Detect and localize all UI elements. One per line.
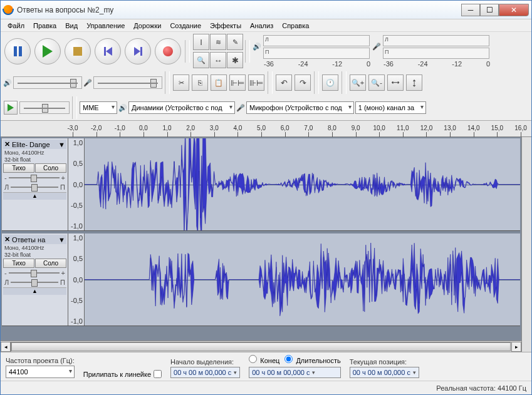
snap-label: Прилипать к линейке: [83, 371, 151, 378]
zoom-out-button[interactable]: 🔍-: [368, 74, 385, 91]
track-vertical-scale: 1,00,50,0-0,5-1,0: [68, 233, 85, 326]
project-rate-select[interactable]: 44100: [6, 366, 75, 378]
envelope-icon: ≋: [216, 38, 221, 46]
menu-tracks[interactable]: Дорожки: [129, 21, 165, 31]
record-meter-l[interactable]: Л: [383, 35, 489, 46]
envelope-tool[interactable]: ≋: [210, 34, 226, 50]
timeline-ruler[interactable]: -3,0-2,0-1,00,01,02,03,04,05,06,07,08,09…: [1, 121, 531, 137]
fit-selection-button[interactable]: ⭤: [387, 74, 404, 91]
solo-button[interactable]: Соло: [35, 259, 66, 268]
play-icon: [43, 45, 53, 58]
undo-button[interactable]: ↶: [276, 74, 292, 91]
window-title: Ответы на вопросы №2_my: [17, 6, 461, 14]
selection-end-time[interactable]: 00 ч 00 м 00,000 с▾: [249, 367, 340, 378]
menu-analyze[interactable]: Анализ: [246, 21, 278, 31]
gain-slider[interactable]: -+: [3, 173, 66, 182]
audio-position-time[interactable]: 00 ч 00 м 00,000 с▾: [350, 367, 419, 378]
selection-start-time[interactable]: 00 ч 00 м 00,000 с▾: [170, 367, 240, 378]
silence-button[interactable]: ⊪⊨: [248, 74, 264, 91]
waveform-display[interactable]: [85, 233, 520, 326]
mute-button[interactable]: Тихо: [3, 163, 34, 173]
menu-view[interactable]: Вид: [61, 21, 82, 31]
output-device-select[interactable]: Динамики (Устройство с под: [128, 101, 235, 114]
cut-icon: ✂: [179, 79, 184, 87]
scroll-right-button[interactable]: ▸: [511, 342, 521, 352]
copy-icon: ⎘: [198, 79, 202, 86]
collapse-button[interactable]: ▲: [3, 287, 66, 295]
playback-volume-slider[interactable]: [13, 76, 82, 89]
length-radio[interactable]: Длительность: [284, 355, 340, 364]
track-menu-icon[interactable]: ▼: [58, 236, 65, 244]
menu-help[interactable]: Справка: [278, 21, 313, 31]
input-device-select[interactable]: Микрофон (Устройство с под: [246, 101, 354, 114]
track-menu-icon[interactable]: ▼: [58, 141, 65, 148]
gain-slider[interactable]: -+: [3, 269, 66, 277]
record-volume-slider[interactable]: [93, 76, 162, 89]
pan-slider[interactable]: ЛП: [3, 183, 66, 192]
paste-button[interactable]: 📋: [211, 74, 227, 91]
track-title-bar[interactable]: ✕ Elite- Dange ▼: [3, 140, 66, 149]
menu-edit[interactable]: Правка: [29, 21, 61, 31]
track-bits-label: 32-bit float: [3, 252, 66, 258]
maximize-button[interactable]: ☐: [480, 4, 499, 16]
sync-lock-button[interactable]: 🕐: [322, 74, 338, 91]
pan-slider[interactable]: ЛП: [3, 278, 66, 287]
menu-effects[interactable]: Эффекты: [206, 21, 246, 31]
draw-tool[interactable]: ✎: [227, 34, 243, 50]
record-icon: [163, 46, 173, 56]
close-track-button[interactable]: ✕: [4, 140, 10, 148]
clock-icon: 🕐: [326, 79, 335, 87]
mic-icon: 🎤: [83, 79, 92, 87]
horizontal-scrollbar[interactable]: ◂ ▸: [1, 341, 521, 352]
zoom-tool[interactable]: 🔍: [193, 52, 209, 68]
play-at-speed-button[interactable]: [4, 101, 18, 115]
paste-icon: 📋: [214, 79, 223, 87]
solo-button[interactable]: Соло: [35, 163, 66, 173]
playback-meter-l[interactable]: Л: [263, 35, 370, 46]
titlebar: Ответы на вопросы №2_my ─ ☐ ✕: [1, 1, 531, 19]
speaker-icon: 🔊: [3, 79, 12, 87]
audio-host-select[interactable]: MME: [80, 101, 117, 114]
skip-end-icon: [134, 47, 142, 56]
waveform-display[interactable]: [85, 138, 520, 230]
cut-button[interactable]: ✂: [173, 74, 189, 91]
track-title-bar[interactable]: ✕ Ответы на ▼: [3, 235, 66, 244]
vertical-scrollbar[interactable]: [521, 137, 531, 352]
copy-button[interactable]: ⎘: [192, 74, 208, 91]
snap-checkbox[interactable]: [154, 370, 162, 378]
menu-transport[interactable]: Управление: [82, 21, 129, 31]
menu-generate[interactable]: Создание: [165, 21, 206, 31]
mute-button[interactable]: Тихо: [3, 259, 34, 268]
redo-button[interactable]: ↷: [295, 74, 311, 91]
pause-button[interactable]: [4, 38, 31, 64]
stop-button[interactable]: [65, 38, 91, 64]
close-button[interactable]: ✕: [499, 4, 529, 16]
collapse-button[interactable]: ▲: [3, 192, 66, 200]
record-meter-r[interactable]: П: [383, 48, 489, 59]
track-vertical-scale: 1,00,50,0-0,5-1,0: [68, 138, 85, 230]
window-buttons: ─ ☐ ✕: [461, 4, 529, 16]
end-radio[interactable]: Конец: [249, 355, 279, 364]
trim-button[interactable]: ⊩⊨: [229, 74, 246, 91]
pause-icon: [14, 46, 22, 56]
track-control-panel: ✕ Elite- Dange ▼ Моно, 44100Hz 32-bit fl…: [2, 138, 68, 230]
scroll-left-button[interactable]: ◂: [1, 342, 11, 352]
input-channels-select[interactable]: 1 (моно) канал за: [355, 101, 426, 114]
close-track-button[interactable]: ✕: [4, 235, 10, 244]
zoom-in-button[interactable]: 🔍+: [350, 74, 366, 91]
selection-tool[interactable]: I: [193, 34, 209, 50]
menu-file[interactable]: Файл: [3, 21, 29, 31]
minimize-button[interactable]: ─: [461, 4, 480, 16]
record-button[interactable]: [155, 38, 181, 64]
meters-area: 🔊 Л П -36 -24 -12 0 🎤: [253, 34, 491, 68]
playback-speed-slider[interactable]: [19, 101, 70, 114]
track-name-label: Ответы на: [12, 236, 45, 244]
fit-project-button[interactable]: ⭥: [406, 74, 422, 91]
track-format-label: Моно, 44100Hz: [3, 245, 66, 251]
timeshift-tool[interactable]: ↔: [210, 52, 226, 68]
skip-end-button[interactable]: [125, 38, 151, 64]
play-button[interactable]: [34, 38, 61, 64]
skip-start-button[interactable]: [95, 38, 121, 64]
multi-tool[interactable]: ✱: [227, 52, 243, 68]
playback-meter-r[interactable]: П: [263, 48, 370, 59]
